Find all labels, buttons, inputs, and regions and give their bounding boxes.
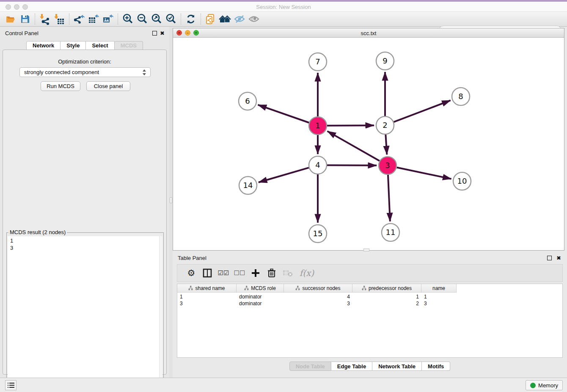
optimization-criterion-select[interactable]: strongly connected component xyxy=(19,67,151,77)
table-settings-gear-icon[interactable]: ⚙ xyxy=(183,266,199,280)
import-network-icon[interactable] xyxy=(38,13,52,25)
panel-divider[interactable] xyxy=(169,27,173,378)
graph-edge-1-2[interactable] xyxy=(327,125,374,126)
open-session-icon[interactable] xyxy=(3,13,18,25)
graph-edge-2-8[interactable] xyxy=(394,100,451,122)
node-attr-icon xyxy=(188,286,193,290)
float-table-panel-icon[interactable] xyxy=(547,256,552,260)
memory-button[interactable]: Memory xyxy=(526,380,563,390)
duplicate-network-icon[interactable] xyxy=(204,13,218,25)
select-all-columns-icon[interactable]: ☑☑ xyxy=(215,266,231,280)
divider-grip[interactable] xyxy=(170,197,172,203)
network-window-titlebar[interactable]: ✕ − + scc.txt xyxy=(173,28,564,38)
delete-table-icon[interactable] xyxy=(280,266,296,280)
toolbar-separator xyxy=(35,14,35,25)
graph-edge-4-14[interactable] xyxy=(259,168,309,182)
save-session-icon[interactable] xyxy=(18,13,32,25)
node-attr-icon xyxy=(295,286,300,290)
result-scrollbar[interactable] xyxy=(159,236,162,391)
zoom-selected-icon[interactable] xyxy=(164,13,178,25)
graph-node-label-15: 15 xyxy=(313,229,323,238)
status-bar: Memory xyxy=(0,378,567,392)
main-toolbar xyxy=(0,12,567,27)
graph-edge-1-6[interactable] xyxy=(258,105,309,123)
zoom-in-icon[interactable] xyxy=(121,13,135,25)
column-header-successor-nodes[interactable]: successor nodes xyxy=(284,284,352,293)
delete-column-trash-icon[interactable] xyxy=(264,266,280,280)
result-line: 1 xyxy=(10,237,159,244)
network-resize-grip[interactable] xyxy=(363,248,369,251)
column-header-shared-name[interactable]: shared name xyxy=(177,284,237,293)
table-panel: Table Panel ✖ ⚙ ☑☑ ☐☐ f(x) xyxy=(173,252,567,378)
close-table-panel-icon[interactable]: ✖ xyxy=(556,256,561,260)
export-table-icon[interactable] xyxy=(86,13,101,25)
refresh-layout-icon[interactable] xyxy=(184,13,198,25)
table-row[interactable]: 1 dominator 4 1 1 xyxy=(177,293,562,300)
control-panel-title: Control Panel xyxy=(5,30,39,36)
tab-network-table[interactable]: Network Table xyxy=(372,362,422,371)
cell-predecessor-nodes[interactable]: 1 xyxy=(352,293,421,300)
zoom-out-icon[interactable] xyxy=(135,13,149,25)
graph-node-label-4: 4 xyxy=(315,160,320,169)
memory-label: Memory xyxy=(538,382,558,389)
network-canvas[interactable]: 7968124314101511 xyxy=(173,38,564,250)
tab-select[interactable]: Select xyxy=(86,41,114,50)
column-header-predecessor-nodes[interactable]: predecessor nodes xyxy=(352,284,421,293)
optimization-criterion-label: Optimization criterion: xyxy=(3,58,166,65)
graph-node-label-1: 1 xyxy=(315,121,320,130)
network-window: ✕ − + scc.txt 7968124314101511 xyxy=(173,28,564,251)
cell-mcds-role[interactable]: dominator xyxy=(237,293,284,300)
mcds-result-group: MCDS result (2 nodes) 1 3 xyxy=(6,232,164,392)
create-column-plus-icon[interactable] xyxy=(248,266,264,280)
import-table-icon[interactable] xyxy=(52,13,66,25)
cell-name[interactable]: 1 xyxy=(421,293,457,300)
graph-edge-3-10[interactable] xyxy=(397,168,451,179)
apply-layout-icon[interactable] xyxy=(218,13,232,25)
mcds-pane: Optimization criterion: strongly connect… xyxy=(3,50,167,375)
zoom-fit-icon[interactable] xyxy=(149,13,164,25)
network-window-title: scc.txt xyxy=(173,30,564,36)
export-network-icon[interactable] xyxy=(72,13,86,25)
network-graph: 7968124314101511 xyxy=(173,38,564,250)
column-header-name[interactable]: name xyxy=(421,284,457,293)
tab-network[interactable]: Network xyxy=(26,41,61,50)
titlebar: Session: New Session xyxy=(0,2,567,12)
tab-mcds[interactable]: MCDS xyxy=(115,41,143,50)
tab-edge-table[interactable]: Edge Table xyxy=(331,362,372,371)
graph-node-label-9: 9 xyxy=(383,56,387,65)
function-builder-icon[interactable]: f(x) xyxy=(296,266,318,280)
graph-edge-3-1[interactable] xyxy=(328,131,380,161)
close-panel-icon[interactable]: ✖ xyxy=(160,31,165,36)
task-history-button[interactable] xyxy=(5,380,17,390)
graph-node-label-6: 6 xyxy=(245,97,250,105)
cell-shared-name[interactable]: 1 xyxy=(177,293,237,300)
window-title: Session: New Session xyxy=(0,4,567,10)
float-panel-icon[interactable] xyxy=(152,31,157,36)
run-mcds-button[interactable]: Run MCDS xyxy=(41,81,80,91)
cell-shared-name[interactable]: 3 xyxy=(177,300,237,307)
export-image-icon[interactable] xyxy=(101,13,115,25)
column-header-mcds-role[interactable]: MCDS role xyxy=(237,284,284,293)
graph-node-label-14: 14 xyxy=(243,181,253,190)
graph-edge-2-3[interactable] xyxy=(385,135,387,155)
graph-edge-3-11[interactable] xyxy=(388,175,390,221)
cell-successor-nodes[interactable]: 3 xyxy=(284,300,352,307)
mcds-result-textarea[interactable]: 1 3 xyxy=(8,236,159,391)
result-line: 3 xyxy=(10,244,159,251)
column-view-icon[interactable] xyxy=(199,266,215,280)
hide-selected-icon[interactable] xyxy=(232,13,247,25)
tab-motifs[interactable]: Motifs xyxy=(422,362,450,371)
close-panel-button[interactable]: Close panel xyxy=(86,81,130,91)
show-all-icon[interactable] xyxy=(247,13,261,25)
table-row[interactable]: 3 dominator 3 2 3 xyxy=(177,300,562,307)
graph-edge-4-3[interactable] xyxy=(327,165,377,166)
cell-name[interactable]: 3 xyxy=(421,300,457,307)
tab-style[interactable]: Style xyxy=(61,41,86,50)
cell-predecessor-nodes[interactable]: 2 xyxy=(352,300,421,307)
tab-node-table[interactable]: Node Table xyxy=(289,362,331,371)
graph-node-label-3: 3 xyxy=(385,161,390,170)
table-tabs: Node Table Edge Table Network Table Moti… xyxy=(173,362,567,371)
cell-successor-nodes[interactable]: 4 xyxy=(284,293,352,300)
cell-mcds-role[interactable]: dominator xyxy=(237,300,284,307)
deselect-all-columns-icon[interactable]: ☐☐ xyxy=(231,266,248,280)
